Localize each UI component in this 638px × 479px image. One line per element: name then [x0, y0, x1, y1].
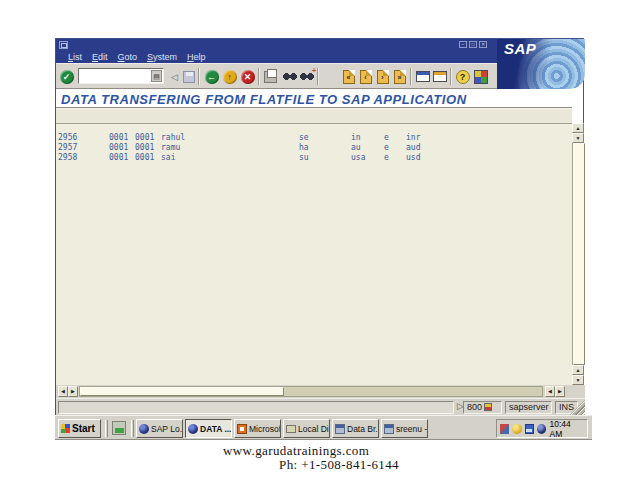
- vscroll-thumb[interactable]: [573, 143, 585, 365]
- menu-edit[interactable]: Edit: [92, 52, 108, 63]
- taskbar-task-data-active[interactable]: DATA ...: [185, 419, 232, 438]
- taskbar: Start SAP Lo... DATA ... Microsof... Loc…: [55, 415, 592, 440]
- cell-name: ramu: [161, 143, 180, 152]
- table-row[interactable]: 2956 0001 0001 rahul se in e inr: [56, 133, 572, 143]
- maximize-button[interactable]: □: [469, 41, 477, 48]
- menu-system[interactable]: System: [147, 52, 177, 63]
- taskbar-task-microsoft[interactable]: Microsof...: [234, 419, 281, 438]
- vscroll-track[interactable]: [572, 143, 584, 365]
- toolbar-separator: [317, 68, 319, 85]
- back-icon: ←: [205, 70, 219, 84]
- next-page-button[interactable]: ›: [374, 68, 391, 85]
- print-icon: [264, 71, 277, 83]
- toolbar-separator: [410, 68, 412, 85]
- task-label: sreenu -...: [396, 424, 428, 434]
- previous-page-button[interactable]: ‹: [357, 68, 374, 85]
- hscroll-track[interactable]: [79, 386, 543, 397]
- find-next-button[interactable]: [298, 68, 315, 85]
- back-button[interactable]: ←: [203, 68, 220, 85]
- cell-name: sai: [161, 153, 175, 162]
- taskbar-task-sreenu[interactable]: sreenu -...: [381, 419, 428, 438]
- window-icon: [335, 424, 345, 434]
- cell: se: [299, 133, 309, 142]
- horizontal-scrollbar[interactable]: ◀ ▶ ◀ ▶: [56, 385, 585, 398]
- scroll-right-icon[interactable]: ▶: [555, 386, 565, 397]
- command-dropdown-icon[interactable]: ▤: [151, 70, 162, 82]
- cell: ha: [299, 143, 309, 152]
- scroll-right-icon[interactable]: ▶: [68, 386, 78, 397]
- system-menu-icon[interactable]: [59, 41, 68, 49]
- table-row[interactable]: 2958 0001 0001 sai su usa e usd: [56, 153, 572, 163]
- close-button[interactable]: ✕: [479, 41, 487, 48]
- system-list-icon[interactable]: [484, 403, 492, 411]
- scroll-left-icon[interactable]: ◀: [545, 386, 555, 397]
- scroll-up-icon[interactable]: ▲: [572, 123, 584, 133]
- print-button[interactable]: [262, 68, 279, 85]
- last-page-icon: »: [394, 70, 406, 84]
- list-content: 2956 0001 0001 rahul se in e inr 2957 00…: [56, 107, 572, 385]
- menu-goto[interactable]: Goto: [118, 52, 138, 63]
- save-icon: [183, 71, 195, 83]
- window-icon: [384, 424, 394, 434]
- help-button[interactable]: ?: [454, 68, 471, 85]
- status-server: sapserver: [505, 401, 552, 414]
- new-session-button[interactable]: [414, 68, 431, 85]
- table-row[interactable]: 2957 0001 0001 ramu ha au e aud: [56, 143, 572, 153]
- exit-button[interactable]: ↑: [221, 68, 238, 85]
- task-label: SAP Lo...: [151, 424, 183, 434]
- cell: e: [384, 133, 389, 142]
- tray-network-icon[interactable]: [525, 424, 534, 434]
- cell: 0001: [109, 133, 128, 142]
- menu-list[interactable]: List: [68, 52, 82, 63]
- cell: e: [384, 153, 389, 162]
- taskbar-divider: [131, 420, 134, 437]
- scroll-down-icon[interactable]: ▼: [572, 133, 584, 143]
- start-button[interactable]: Start: [58, 419, 101, 438]
- cell-currency: aud: [406, 143, 420, 152]
- taskbar-task-local-disk[interactable]: Local Di...: [283, 419, 330, 438]
- taskbar-task-sap-logon[interactable]: SAP Lo...: [136, 419, 183, 438]
- tray-sap-icon[interactable]: [537, 424, 546, 434]
- status-system[interactable]: 800: [463, 401, 502, 414]
- list-header: [56, 108, 572, 124]
- vertical-scrollbar[interactable]: ▲ ▼ ▲ ▼: [572, 123, 584, 385]
- first-page-button[interactable]: «: [340, 68, 357, 85]
- system-number: 800: [467, 402, 482, 412]
- enter-button[interactable]: ✓: [58, 68, 75, 85]
- find-button[interactable]: [281, 68, 298, 85]
- menu-help[interactable]: Help: [187, 52, 206, 63]
- taskbar-clock[interactable]: 10:44 AM: [549, 419, 587, 439]
- report-title: DATA TRANSFERING FROM FLATFILE TO SAP AP…: [61, 92, 467, 107]
- status-message-field: [58, 401, 454, 414]
- scroll-down-icon[interactable]: ▼: [572, 375, 584, 385]
- last-page-button[interactable]: »: [391, 68, 408, 85]
- create-shortcut-icon: [433, 71, 447, 82]
- task-label: Data Br...: [347, 424, 379, 434]
- cell: 0001: [135, 133, 154, 142]
- sap-brand-panel: SAP: [497, 39, 585, 89]
- cell-name: rahul: [161, 133, 185, 142]
- next-page-icon: ›: [377, 70, 389, 84]
- cancel-button[interactable]: ✕: [239, 68, 256, 85]
- cell: in: [351, 133, 361, 142]
- quick-launch-icon[interactable]: [112, 421, 126, 435]
- first-page-icon: «: [343, 70, 355, 84]
- minimize-button[interactable]: –: [459, 41, 467, 48]
- cancel-icon: ✕: [241, 70, 255, 84]
- slide-canvas: – □ ✕ List Edit Goto System Help ✓ ▤ ◁: [0, 0, 638, 479]
- taskbar-task-data-browser[interactable]: Data Br...: [332, 419, 379, 438]
- enter-check-icon: ✓: [60, 70, 74, 84]
- save-button[interactable]: [180, 68, 197, 85]
- scroll-left-icon[interactable]: ◀: [58, 386, 68, 397]
- cell-record-no: 2958: [58, 153, 77, 162]
- scroll-up-icon[interactable]: ▲: [572, 365, 584, 375]
- hscroll-thumb[interactable]: [80, 387, 284, 396]
- tray-volume-icon[interactable]: [512, 424, 521, 434]
- create-shortcut-button[interactable]: [431, 68, 448, 85]
- toolbar: ✓ ▤ ◁ ← ↑ ✕: [56, 63, 497, 89]
- cell-currency: inr: [406, 133, 420, 142]
- cell-currency: usd: [406, 153, 420, 162]
- tray-display-icon[interactable]: [500, 424, 509, 434]
- layout-button[interactable]: [472, 68, 489, 85]
- help-icon: ?: [456, 70, 470, 84]
